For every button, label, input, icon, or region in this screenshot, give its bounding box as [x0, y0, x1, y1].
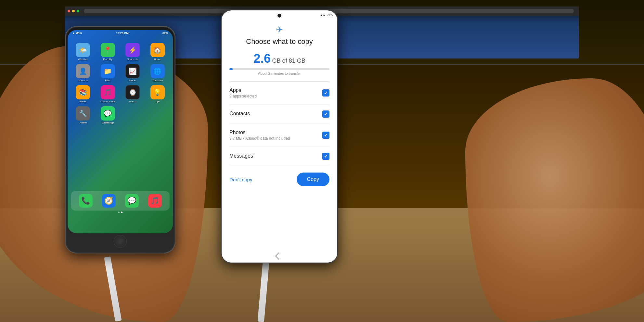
apps-checkbox[interactable]: ✓ [322, 89, 329, 97]
android-device: ▲▲ 79% ✈ Choose what to copy 2.6 GB of 8… [221, 10, 338, 263]
copy-item-photos[interactable]: Photos 3.7 MB • iCloud® data not include… [229, 124, 329, 147]
android-signal-icon: ▲▲ [320, 13, 326, 17]
copy-title: Choose what to copy [229, 37, 329, 46]
photos-checkbox[interactable]: ✓ [322, 132, 329, 139]
android-battery: 79% [327, 13, 333, 17]
app-contacts[interactable]: 👤 Contacts [72, 64, 94, 82]
app-weather[interactable]: 🌤️ Weather [72, 43, 94, 61]
messages-checkbox[interactable]: ✓ [322, 153, 329, 160]
copy-item-apps[interactable]: Apps 9 apps selected ✓ [229, 82, 329, 105]
dock-music[interactable]: 🎵 [148, 194, 162, 208]
iphone-battery: 62% [162, 32, 168, 35]
app-utilities[interactable]: 🔧 Utilities [72, 106, 94, 124]
app-stocks[interactable]: 📈 Stocks [122, 64, 144, 82]
copy-item-messages-title: Messages [229, 153, 322, 159]
iphone-home-button[interactable] [114, 235, 127, 248]
app-tips[interactable]: 💡 Tips [147, 85, 169, 103]
dock-phone[interactable]: 📞 [79, 194, 93, 208]
app-files[interactable]: 📁 Files [97, 64, 119, 82]
iphone-body: ▲ WiFi 12:26 PM 62% 🌤️ Weather 📍 Find My [65, 26, 175, 253]
iphone-status-bar: ▲ WiFi 12:26 PM 62% [68, 30, 173, 36]
android-nav-bar [222, 250, 337, 263]
transfer-icon: ✈ [276, 25, 283, 35]
iphone-device: ▲ WiFi 12:26 PM 62% 🌤️ Weather 📍 Find My [65, 26, 175, 253]
dock-safari[interactable]: 🧭 [102, 194, 116, 208]
window-minimize-dot [72, 10, 75, 12]
storage-amount: 2.6 GB of 81 GB [229, 52, 329, 66]
background-scene: ▲ WiFi 12:26 PM 62% 🌤️ Weather 📍 Find My [0, 0, 644, 322]
copy-item-contacts-left: Contacts [229, 111, 322, 117]
copy-item-photos-subtitle: 3.7 MB • iCloud® data not included [229, 136, 322, 141]
page-dot-1 [118, 212, 120, 213]
copy-item-apps-subtitle: 9 apps selected [229, 94, 322, 98]
iphone-screen: ▲ WiFi 12:26 PM 62% 🌤️ Weather 📍 Find My [68, 30, 173, 233]
app-find-my[interactable]: 📍 Find My [97, 43, 119, 61]
app-translate[interactable]: 🌐 Translate [147, 64, 169, 82]
copy-screen: ✈ Choose what to copy 2.6 GB of 81 GB Ab… [222, 19, 337, 195]
android-body: ▲▲ 79% ✈ Choose what to copy 2.6 GB of 8… [221, 10, 338, 263]
copy-item-apps-left: Apps 9 apps selected [229, 87, 322, 98]
android-camera [277, 14, 281, 18]
storage-time: About 2 minutes to transfer [229, 71, 329, 75]
storage-bar-fill [229, 68, 233, 70]
app-itunes[interactable]: 🎵 iTunes Store [97, 85, 119, 103]
copy-icon-area: ✈ [229, 19, 329, 37]
android-screen: ▲▲ 79% ✈ Choose what to copy 2.6 GB of 8… [222, 10, 337, 263]
app-books[interactable]: 📚 Books [72, 85, 94, 103]
copy-item-contacts[interactable]: Contacts ✓ [229, 105, 329, 124]
storage-unit: GB of 81 GB [272, 58, 305, 64]
dock-messages[interactable]: 💬 [125, 194, 139, 208]
iphone-time: 12:26 PM [116, 32, 129, 35]
copy-actions: Don't copy Copy [229, 166, 329, 189]
app-shortcuts[interactable]: ⚡ Shortcuts [122, 43, 144, 61]
page-dot-2 [121, 212, 122, 213]
dont-copy-button[interactable]: Don't copy [229, 177, 252, 182]
copy-item-photos-title: Photos [229, 130, 322, 135]
copy-button[interactable]: Copy [297, 173, 329, 186]
app-whatsapp[interactable]: 💬 WhatsApp [97, 106, 119, 124]
copy-item-apps-title: Apps [229, 87, 322, 93]
copy-item-photos-left: Photos 3.7 MB • iCloud® data not include… [229, 130, 322, 141]
window-expand-dot [77, 10, 79, 12]
hand-right [465, 78, 644, 322]
page-dots [118, 212, 122, 213]
copy-item-messages-left: Messages [229, 153, 322, 160]
app-watch[interactable]: ⌚ Watch [122, 85, 144, 103]
storage-bar-container [229, 68, 329, 70]
iphone-app-grid: 🌤️ Weather 📍 Find My ⚡ Shortcuts 🏠 Home [68, 40, 173, 127]
iphone-signal: ▲ WiFi [72, 32, 82, 35]
contacts-checkbox[interactable]: ✓ [322, 110, 329, 118]
iphone-dock: 📞 🧭 💬 🎵 [71, 191, 170, 211]
copy-item-messages[interactable]: Messages ✓ [229, 147, 329, 166]
android-back-button[interactable] [275, 252, 283, 260]
window-close-dot [68, 10, 70, 12]
app-home[interactable]: 🏠 Home [147, 43, 169, 61]
copy-item-contacts-title: Contacts [229, 111, 322, 117]
storage-value: 2.6 [253, 52, 271, 65]
